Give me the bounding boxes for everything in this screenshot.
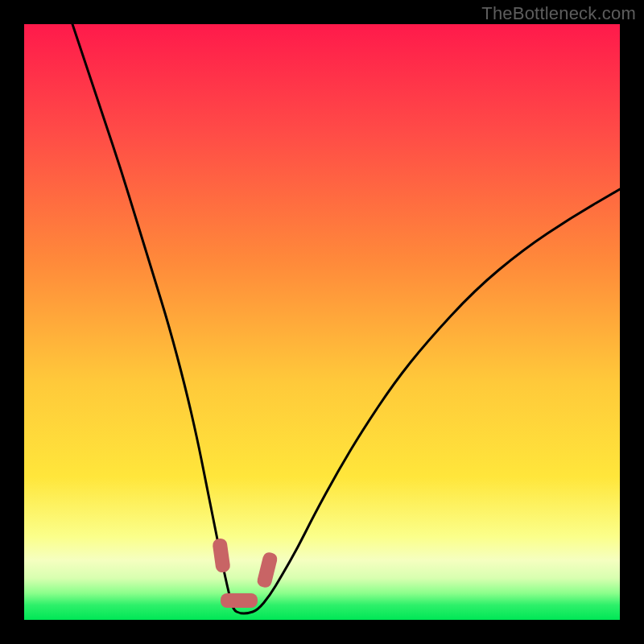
chart-svg — [24, 24, 620, 620]
gradient-background — [24, 24, 620, 620]
watermark: TheBottleneck.com — [481, 3, 636, 24]
marker-bottom — [221, 593, 258, 608]
frame: TheBottleneck.com — [0, 0, 644, 644]
plot-area — [24, 24, 620, 620]
